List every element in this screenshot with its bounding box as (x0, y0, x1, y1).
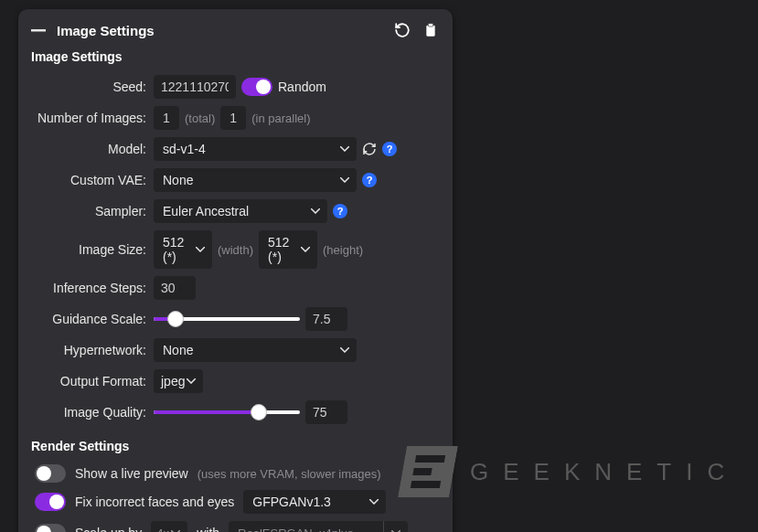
live-preview-toggle[interactable] (35, 464, 66, 483)
scale-factor-value: 4x (156, 527, 169, 533)
clipboard-icon[interactable] (423, 22, 438, 38)
chevron-down-icon (340, 146, 349, 152)
parallel-hint: (in parallel) (251, 112, 310, 125)
quality-input[interactable] (305, 400, 347, 424)
image-settings-panel: Image Settings Image Settings Seed: Rand… (18, 9, 453, 532)
fix-faces-model-select[interactable]: GFPGANv1.3 (243, 490, 386, 514)
scale-label-mid: with (197, 526, 219, 532)
guidance-row: Guidance Scale: (31, 303, 440, 335)
hypernet-row: Hypernetwork: None (31, 335, 440, 366)
hypernet-select[interactable]: None (154, 338, 357, 362)
live-preview-hint: (uses more VRAM, slower images) (198, 467, 381, 481)
collapse-icon[interactable] (31, 24, 46, 37)
help-icon[interactable]: ? (333, 204, 347, 218)
quality-slider[interactable] (154, 404, 300, 420)
random-toggle[interactable] (241, 78, 272, 96)
output-row: Output Format: jpeg (31, 366, 440, 397)
steps-row: Inference Steps: (31, 272, 440, 303)
model-row: Model: sd-v1-4 ? (31, 133, 440, 165)
num-images-row: Number of Images: (total) (in parallel) (31, 102, 440, 133)
scale-model-select[interactable]: RealESRGAN_x4plus (229, 521, 408, 532)
model-select[interactable]: sd-v1-4 (154, 137, 357, 161)
size-label: Image Size: (31, 242, 148, 257)
render-settings-title: Render Settings (31, 439, 440, 453)
watermark-text: GEEKNETIC (470, 458, 739, 486)
refresh-icon[interactable] (362, 142, 377, 156)
random-label: Random (278, 80, 326, 94)
guidance-slider[interactable] (154, 311, 300, 327)
scale-model-value: RealESRGAN_x4plus (238, 527, 353, 533)
render-settings-section: Render Settings Show a live preview (use… (31, 439, 440, 532)
watermark: GEEKNETIC (402, 446, 739, 497)
help-icon[interactable]: ? (382, 142, 397, 156)
panel-header-right (394, 22, 438, 38)
scale-factor-select[interactable]: 4x (151, 521, 187, 532)
width-select[interactable]: 512 (*) (154, 230, 212, 269)
size-row: Image Size: 512 (*) (width) 512 (*) (hei… (31, 227, 440, 272)
num-images-label: Number of Images: (31, 111, 148, 125)
guidance-input[interactable] (305, 307, 347, 331)
sampler-value: Euler Ancestral (163, 204, 249, 218)
output-select[interactable]: jpeg (154, 369, 203, 393)
chevron-down-icon (196, 247, 205, 252)
output-label: Output Format: (31, 374, 148, 388)
height-select[interactable]: 512 (*) (259, 230, 317, 269)
num-parallel-input[interactable] (220, 106, 246, 130)
chevron-down-icon (383, 521, 400, 532)
hypernet-value: None (163, 343, 193, 357)
output-value: jpeg (161, 374, 185, 388)
slider-thumb[interactable] (167, 311, 184, 327)
undo-icon[interactable] (394, 22, 411, 38)
num-total-input[interactable] (154, 106, 179, 130)
steps-label: Inference Steps: (31, 281, 148, 295)
chevron-down-icon (311, 208, 320, 214)
chevron-down-icon (187, 378, 196, 384)
fix-faces-model-value: GFPGANv1.3 (252, 495, 331, 509)
vae-row: Custom VAE: None ? (31, 165, 440, 196)
vae-value: None (163, 173, 193, 187)
quality-label: Image Quality: (31, 405, 148, 420)
svg-rect-0 (31, 29, 46, 32)
total-hint: (total) (185, 112, 215, 125)
width-hint: (width) (218, 243, 253, 257)
fix-faces-label: Fix incorrect faces and eyes (75, 495, 234, 509)
scale-toggle[interactable] (35, 524, 66, 532)
panel-title: Image Settings (57, 23, 155, 38)
guidance-label: Guidance Scale: (31, 312, 148, 326)
chevron-down-icon (301, 247, 310, 252)
panel-header: Image Settings (31, 18, 440, 48)
fix-faces-row: Fix incorrect faces and eyes GFPGANv1.3 (31, 486, 440, 517)
hypernet-label: Hypernetwork: (31, 343, 148, 357)
live-preview-row: Show a live preview (uses more VRAM, slo… (31, 461, 440, 486)
help-icon[interactable]: ? (362, 173, 377, 187)
chevron-down-icon (340, 177, 349, 183)
quality-row: Image Quality: (31, 397, 440, 428)
image-settings-title: Image Settings (31, 49, 440, 64)
seed-input[interactable] (154, 75, 236, 99)
slider-thumb[interactable] (251, 404, 267, 420)
width-value: 512 (*) (163, 235, 188, 264)
steps-input[interactable] (154, 276, 196, 300)
fix-faces-toggle[interactable] (35, 493, 66, 511)
height-hint: (height) (323, 243, 363, 257)
vae-label: Custom VAE: (31, 173, 148, 187)
seed-label: Seed: (31, 80, 148, 94)
live-preview-label: Show a live preview (75, 466, 188, 481)
chevron-down-icon (369, 499, 379, 505)
scale-row: Scale up by 4x with RealESRGAN_x4plus (31, 517, 440, 532)
scale-label-pre: Scale up by (75, 526, 142, 532)
vae-select[interactable]: None (154, 168, 357, 192)
chevron-down-icon (340, 347, 349, 353)
svg-rect-2 (428, 24, 432, 27)
seed-row: Seed: Random (31, 71, 440, 102)
model-label: Model: (31, 142, 148, 156)
sampler-label: Sampler: (31, 204, 148, 218)
height-value: 512 (*) (268, 235, 294, 264)
sampler-row: Sampler: Euler Ancestral ? (31, 196, 440, 227)
panel-header-left: Image Settings (31, 23, 155, 38)
sampler-select[interactable]: Euler Ancestral (154, 199, 327, 223)
svg-rect-1 (426, 26, 434, 37)
model-value: sd-v1-4 (163, 142, 206, 156)
